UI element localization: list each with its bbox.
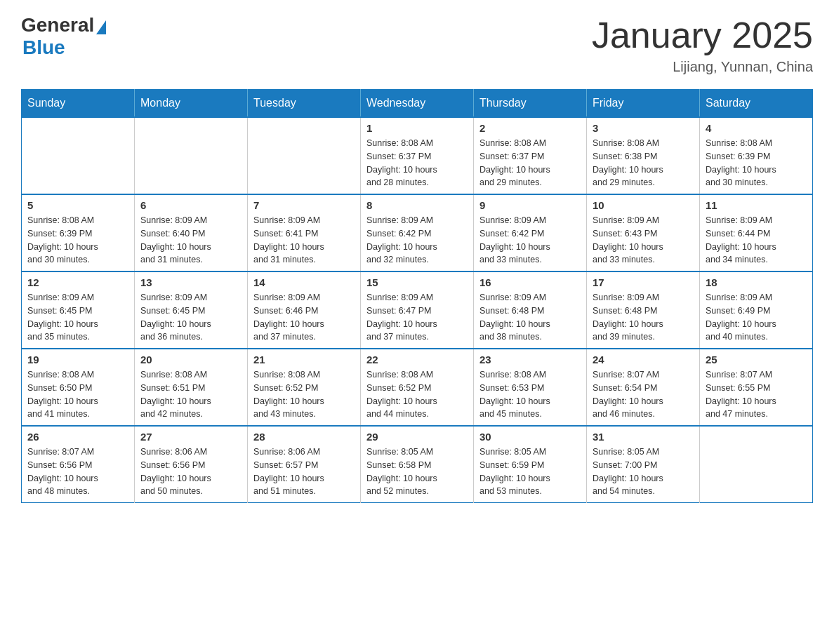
calendar-cell: 17Sunrise: 8:09 AMSunset: 6:48 PMDayligh… xyxy=(587,271,700,349)
calendar-cell: 5Sunrise: 8:08 AMSunset: 6:39 PMDaylight… xyxy=(22,194,135,271)
calendar-cell: 20Sunrise: 8:08 AMSunset: 6:51 PMDayligh… xyxy=(135,349,248,426)
calendar-cell: 14Sunrise: 8:09 AMSunset: 6:46 PMDayligh… xyxy=(248,271,361,349)
calendar-cell: 2Sunrise: 8:08 AMSunset: 6:37 PMDaylight… xyxy=(474,117,587,194)
calendar-cell: 1Sunrise: 8:08 AMSunset: 6:37 PMDaylight… xyxy=(361,117,474,194)
calendar-cell: 9Sunrise: 8:09 AMSunset: 6:42 PMDaylight… xyxy=(474,194,587,271)
day-info: Sunrise: 8:07 AMSunset: 6:54 PMDaylight:… xyxy=(593,368,694,421)
day-number: 1 xyxy=(366,122,468,134)
page-header: General Blue January 2025 Lijiang, Yunna… xyxy=(21,14,813,75)
day-info: Sunrise: 8:09 AMSunset: 6:40 PMDaylight:… xyxy=(140,214,241,267)
calendar-cell: 18Sunrise: 8:09 AMSunset: 6:49 PMDayligh… xyxy=(700,271,813,349)
calendar-cell: 23Sunrise: 8:08 AMSunset: 6:53 PMDayligh… xyxy=(474,349,587,426)
day-info: Sunrise: 8:08 AMSunset: 6:37 PMDaylight:… xyxy=(366,137,468,189)
weekday-header-saturday: Saturday xyxy=(700,90,813,118)
day-info: Sunrise: 8:07 AMSunset: 6:56 PMDaylight:… xyxy=(27,445,128,498)
calendar-cell: 26Sunrise: 8:07 AMSunset: 6:56 PMDayligh… xyxy=(22,426,135,503)
day-info: Sunrise: 8:08 AMSunset: 6:39 PMDaylight:… xyxy=(27,214,128,267)
weekday-header-friday: Friday xyxy=(587,90,700,118)
day-number: 24 xyxy=(593,354,694,365)
day-info: Sunrise: 8:09 AMSunset: 6:41 PMDaylight:… xyxy=(253,214,355,267)
day-info: Sunrise: 8:09 AMSunset: 6:47 PMDaylight:… xyxy=(366,291,468,344)
day-number: 29 xyxy=(366,431,468,443)
day-number: 10 xyxy=(593,199,694,211)
calendar-week-row: 5Sunrise: 8:08 AMSunset: 6:39 PMDaylight… xyxy=(22,194,813,271)
day-info: Sunrise: 8:08 AMSunset: 6:37 PMDaylight:… xyxy=(479,137,581,189)
day-number: 26 xyxy=(27,431,128,443)
day-info: Sunrise: 8:09 AMSunset: 6:49 PMDaylight:… xyxy=(706,291,807,344)
day-number: 9 xyxy=(479,199,581,211)
calendar-cell xyxy=(248,117,361,194)
day-number: 8 xyxy=(366,199,468,211)
day-info: Sunrise: 8:09 AMSunset: 6:48 PMDaylight:… xyxy=(479,291,581,344)
day-info: Sunrise: 8:08 AMSunset: 6:52 PMDaylight:… xyxy=(366,368,468,421)
calendar-cell: 11Sunrise: 8:09 AMSunset: 6:44 PMDayligh… xyxy=(700,194,813,271)
calendar-week-row: 26Sunrise: 8:07 AMSunset: 6:56 PMDayligh… xyxy=(22,426,813,503)
day-info: Sunrise: 8:09 AMSunset: 6:42 PMDaylight:… xyxy=(366,214,468,267)
day-number: 3 xyxy=(593,122,694,134)
day-info: Sunrise: 8:05 AMSunset: 7:00 PMDaylight:… xyxy=(593,445,694,498)
logo-arrow-icon xyxy=(96,20,106,34)
day-info: Sunrise: 8:09 AMSunset: 6:45 PMDaylight:… xyxy=(27,291,128,344)
calendar-cell: 8Sunrise: 8:09 AMSunset: 6:42 PMDaylight… xyxy=(361,194,474,271)
day-number: 19 xyxy=(27,354,128,365)
calendar-header: SundayMondayTuesdayWednesdayThursdayFrid… xyxy=(22,90,813,118)
day-info: Sunrise: 8:09 AMSunset: 6:48 PMDaylight:… xyxy=(593,291,694,344)
weekday-header-thursday: Thursday xyxy=(474,90,587,118)
calendar-cell xyxy=(135,117,248,194)
day-info: Sunrise: 8:09 AMSunset: 6:43 PMDaylight:… xyxy=(593,214,694,267)
day-number: 20 xyxy=(140,354,241,365)
day-info: Sunrise: 8:05 AMSunset: 6:58 PMDaylight:… xyxy=(366,445,468,498)
day-number: 15 xyxy=(366,276,468,288)
day-number: 23 xyxy=(479,354,581,365)
calendar-cell: 29Sunrise: 8:05 AMSunset: 6:58 PMDayligh… xyxy=(361,426,474,503)
calendar-cell: 10Sunrise: 8:09 AMSunset: 6:43 PMDayligh… xyxy=(587,194,700,271)
calendar-cell: 3Sunrise: 8:08 AMSunset: 6:38 PMDaylight… xyxy=(587,117,700,194)
calendar-week-row: 19Sunrise: 8:08 AMSunset: 6:50 PMDayligh… xyxy=(22,349,813,426)
day-number: 21 xyxy=(253,354,355,365)
logo-blue-text: Blue xyxy=(22,36,65,59)
day-number: 14 xyxy=(253,276,355,288)
calendar-cell: 28Sunrise: 8:06 AMSunset: 6:57 PMDayligh… xyxy=(248,426,361,503)
day-info: Sunrise: 8:08 AMSunset: 6:39 PMDaylight:… xyxy=(706,137,807,189)
day-number: 12 xyxy=(27,276,128,288)
calendar-cell xyxy=(700,426,813,503)
location: Lijiang, Yunnan, China xyxy=(592,59,813,75)
day-number: 4 xyxy=(706,122,807,134)
day-number: 31 xyxy=(593,431,694,443)
weekday-header-wednesday: Wednesday xyxy=(361,90,474,118)
day-number: 16 xyxy=(479,276,581,288)
day-number: 30 xyxy=(479,431,581,443)
day-number: 25 xyxy=(706,354,807,365)
day-number: 7 xyxy=(253,199,355,211)
calendar-body: 1Sunrise: 8:08 AMSunset: 6:37 PMDaylight… xyxy=(22,117,813,503)
logo: General Blue xyxy=(21,14,106,59)
day-number: 13 xyxy=(140,276,241,288)
calendar-cell: 15Sunrise: 8:09 AMSunset: 6:47 PMDayligh… xyxy=(361,271,474,349)
day-info: Sunrise: 8:09 AMSunset: 6:46 PMDaylight:… xyxy=(253,291,355,344)
day-info: Sunrise: 8:09 AMSunset: 6:42 PMDaylight:… xyxy=(479,214,581,267)
weekday-header-sunday: Sunday xyxy=(22,90,135,118)
calendar-cell: 7Sunrise: 8:09 AMSunset: 6:41 PMDaylight… xyxy=(248,194,361,271)
day-info: Sunrise: 8:06 AMSunset: 6:57 PMDaylight:… xyxy=(253,445,355,498)
title-area: January 2025 Lijiang, Yunnan, China xyxy=(592,14,813,75)
calendar-cell: 6Sunrise: 8:09 AMSunset: 6:40 PMDaylight… xyxy=(135,194,248,271)
calendar-cell: 24Sunrise: 8:07 AMSunset: 6:54 PMDayligh… xyxy=(587,349,700,426)
day-number: 18 xyxy=(706,276,807,288)
day-info: Sunrise: 8:08 AMSunset: 6:52 PMDaylight:… xyxy=(253,368,355,421)
month-title: January 2025 xyxy=(592,14,813,56)
weekday-header-tuesday: Tuesday xyxy=(248,90,361,118)
day-info: Sunrise: 8:08 AMSunset: 6:50 PMDaylight:… xyxy=(27,368,128,421)
day-info: Sunrise: 8:07 AMSunset: 6:55 PMDaylight:… xyxy=(706,368,807,421)
calendar-cell: 25Sunrise: 8:07 AMSunset: 6:55 PMDayligh… xyxy=(700,349,813,426)
day-number: 2 xyxy=(479,122,581,134)
weekday-header-monday: Monday xyxy=(135,90,248,118)
day-number: 6 xyxy=(140,199,241,211)
day-info: Sunrise: 8:09 AMSunset: 6:44 PMDaylight:… xyxy=(706,214,807,267)
day-number: 5 xyxy=(27,199,128,211)
calendar-table: SundayMondayTuesdayWednesdayThursdayFrid… xyxy=(21,89,813,503)
day-number: 28 xyxy=(253,431,355,443)
day-info: Sunrise: 8:08 AMSunset: 6:53 PMDaylight:… xyxy=(479,368,581,421)
logo-general-text: General xyxy=(21,14,94,36)
day-info: Sunrise: 8:08 AMSunset: 6:38 PMDaylight:… xyxy=(593,137,694,189)
day-number: 11 xyxy=(706,199,807,211)
